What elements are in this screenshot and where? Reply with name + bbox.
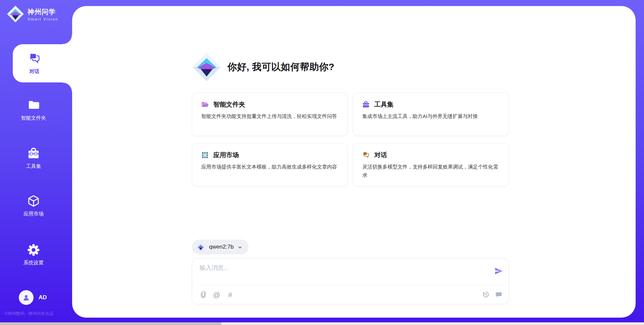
sidebar-item-toolset[interactable]: 工具集 <box>0 147 67 170</box>
sidebar-item-app-market[interactable]: 应用市场 <box>0 194 67 217</box>
folder-icon <box>27 99 40 112</box>
brand-gem-icon <box>192 52 221 82</box>
sidebar-item-label: 工具集 <box>26 163 41 170</box>
card-title: 对话 <box>374 151 387 159</box>
model-selector[interactable]: qwen2:7b <box>192 240 249 254</box>
sidebar-item-chat[interactable]: 对话 <box>13 44 72 82</box>
card-title: 智能文件夹 <box>213 100 245 109</box>
chat-icon <box>28 52 41 65</box>
message-composer: @ # <box>192 258 509 304</box>
model-name: qwen2:7b <box>209 244 234 250</box>
card-title: 工具集 <box>374 100 393 109</box>
sidebar-item-label: 系统设置 <box>23 260 44 266</box>
main-panel: 你好, 我可以如何帮助你? 智能文件夹 智能文件夹功能支持批量文件上传与清洗，轻… <box>72 6 636 318</box>
history-icon[interactable] <box>482 291 490 298</box>
chats-icon <box>362 151 370 159</box>
card-title: 应用市场 <box>213 151 239 159</box>
brand-subtitle: Smart Vision <box>28 17 58 21</box>
sidebar: 神州问学 Smart Vision 对话 智能文件夹 <box>0 0 72 325</box>
user-account[interactable]: AD <box>19 290 47 305</box>
tab-curve-bottom <box>63 82 72 92</box>
sidebar-item-label: 对话 <box>30 68 40 75</box>
sidebar-item-settings[interactable]: 系统设置 <box>0 243 67 266</box>
greeting-text: 你好, 我可以如何帮助你? <box>227 61 334 73</box>
card-desc: 灵活切换多模型文件，支持多样回复效果调试，满足个性化需求 <box>362 163 500 180</box>
message-input[interactable] <box>200 264 478 284</box>
send-icon[interactable] <box>494 266 503 276</box>
brand: 神州问学 Smart Vision <box>7 5 58 23</box>
attachment-icon[interactable] <box>200 291 207 298</box>
brand-logo-icon <box>7 5 24 23</box>
card-toolset[interactable]: 工具集 集成市场上主流工具，助力AI与外界无缝扩展与对接 <box>353 92 509 136</box>
feature-cards: 智能文件夹 智能文件夹功能支持批量文件上传与清洗，轻松实现文件问答 <box>192 92 509 187</box>
chat-bubble-icon[interactable] <box>495 291 502 298</box>
gear-icon <box>27 243 40 257</box>
card-desc: 集成市场上主流工具，助力AI与外界无缝扩展与对接 <box>362 112 500 121</box>
grid-cube-icon <box>201 151 209 159</box>
copyright-text: ©神州数码 · 神州问学出品 <box>5 311 72 317</box>
sidebar-item-label: 应用市场 <box>23 211 44 217</box>
mention-icon[interactable]: @ <box>213 291 220 298</box>
avatar <box>19 290 34 305</box>
cube-icon <box>27 194 40 208</box>
greeting-block: 你好, 我可以如何帮助你? <box>192 52 334 82</box>
card-app-market[interactable]: 应用市场 应用市场提供丰富长文本模板，助力高效生成多样化文章内容 <box>192 143 348 187</box>
chevron-down-icon <box>237 245 243 250</box>
brand-name: 神州问学 <box>28 7 58 16</box>
toolbox-icon <box>27 147 40 160</box>
horizontal-scrollbar <box>0 322 644 325</box>
tab-curve-top <box>63 35 72 44</box>
card-smart-folder[interactable]: 智能文件夹 智能文件夹功能支持批量文件上传与清洗，轻松实现文件问答 <box>192 92 348 136</box>
content-column: 你好, 我可以如何帮助你? 智能文件夹 智能文件夹功能支持批量文件上传与清洗，轻… <box>192 6 509 318</box>
user-name: AD <box>39 294 47 301</box>
sidebar-item-label: 智能文件夹 <box>21 115 46 121</box>
folder-open-icon <box>201 101 209 109</box>
composer-toolbar: @ # <box>200 285 502 304</box>
sidebar-item-smart-folder[interactable]: 智能文件夹 <box>0 99 67 121</box>
card-desc: 智能文件夹功能支持批量文件上传与清洗，轻松实现文件问答 <box>201 112 339 121</box>
card-desc: 应用市场提供丰富长文本模板，助力高效生成多样化文章内容 <box>201 163 339 171</box>
scrollbar-thumb[interactable] <box>0 322 221 325</box>
hashtag-icon[interactable]: # <box>226 291 234 298</box>
card-chat[interactable]: 对话 灵活切换多模型文件，支持多样回复效果调试，满足个性化需求 <box>353 143 509 187</box>
toolbox-icon <box>362 101 370 109</box>
model-gem-icon <box>196 243 205 252</box>
